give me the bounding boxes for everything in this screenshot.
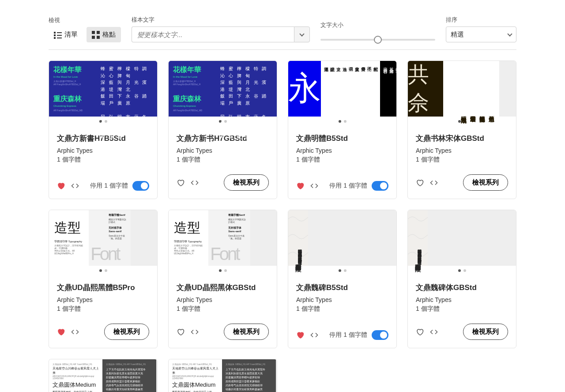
font-name: 文鼎魏碑B5Std <box>296 283 388 293</box>
font-foundry: Arphic Types <box>296 296 388 303</box>
heart-icon[interactable] <box>296 331 304 339</box>
size-label: 文字大小 <box>320 21 435 29</box>
font-count: 1 個字體 <box>296 305 388 313</box>
code-icon[interactable] <box>191 328 199 336</box>
carousel-dots[interactable] <box>49 266 157 275</box>
view-label: 檢視 <box>49 16 121 24</box>
sample-text-input[interactable] <box>132 26 294 42</box>
font-card: 造型 字體排印學 Typography 文稿程文字設計，活字排列組成，可讀和鑑賞… <box>49 210 158 348</box>
font-preview[interactable]: 人間能得幾回聞半入江風半入雲錦城絲管日紛紛贈花卿 李白輕舟已過萬重山兩岸猿聲啼不… <box>288 210 396 266</box>
font-foundry: Arphic Types <box>177 296 269 303</box>
font-card: 共 佘景色悠然如画柳浪起伏阳光普照红鹅烟海增加温暖霞彩昭光普照 红鹅翔展成痕 文… <box>407 60 516 199</box>
sort-label: 排序 <box>446 16 516 24</box>
activate-toggle[interactable] <box>132 181 149 191</box>
view-family-button[interactable]: 檢視系列 <box>463 324 508 340</box>
font-name: 文鼎UD晶熙黑体GBStd <box>177 283 269 293</box>
chevron-down-icon <box>507 31 512 36</box>
code-icon[interactable] <box>191 179 199 187</box>
view-family-button[interactable]: 檢視系列 <box>224 174 269 191</box>
font-card: 文鼎圆体 GBStd_H1 AR YuanGBStd_H1 天地星空山川峰谷云雾… <box>168 359 277 392</box>
code-icon[interactable] <box>310 331 318 339</box>
font-foundry: Arphic Types <box>296 147 388 154</box>
font-count: 1 個字體 <box>296 156 388 164</box>
view-family-button[interactable]: 檢視系列 <box>224 324 269 340</box>
view-grid-button[interactable]: 格點 <box>87 27 121 42</box>
font-card: 永 創世紀不了情傳奇愛永安鷹鼎明逸迪文速金鑽記鴻運蓮 體傾城之戀M あいA は花… <box>288 60 397 199</box>
view-list-button[interactable]: 清單 <box>49 27 83 42</box>
font-preview[interactable]: 造型 字體排印學 Typography 文稿程文字設計，活字排列組成，可讀和鑑賞… <box>49 210 157 266</box>
font-name: 文鼎魏碑体GBStd <box>416 283 508 293</box>
code-icon[interactable] <box>310 182 318 190</box>
deactivate-label: 停用 1 個字體 <box>329 182 367 190</box>
heart-icon[interactable] <box>177 179 185 187</box>
font-count: 1 個字體 <box>416 156 508 164</box>
activate-toggle[interactable] <box>372 330 388 340</box>
activate-toggle[interactable] <box>372 181 388 191</box>
code-icon[interactable] <box>430 179 438 187</box>
font-preview[interactable]: 花樣年華In the Mood for Love文鼎方新書H7B5Std_HAR… <box>169 61 277 117</box>
font-preview[interactable]: 共 佘景色悠然如画柳浪起伏阳光普照红鹅烟海增加温暖霞彩昭光普照 红鹅翔展成痕 <box>408 61 516 117</box>
list-icon <box>54 31 62 39</box>
font-name: 文鼎明體B5Std <box>296 133 388 143</box>
sample-label: 樣本文字 <box>132 16 310 24</box>
font-preview[interactable]: 文鼎圆体 GBStd_H1 AR YuanGBStd_H1 天地星空山川峰谷云雾… <box>49 359 157 392</box>
font-preview[interactable]: 文鼎圆体 GBStd_H1 AR YuanGBStd_H1 天地星空山川峰谷云雾… <box>169 359 277 392</box>
carousel-dots[interactable] <box>408 117 516 126</box>
font-foundry: Arphic Types <box>416 296 508 303</box>
code-icon[interactable] <box>430 328 438 336</box>
heart-icon[interactable] <box>416 328 424 336</box>
heart-icon[interactable] <box>177 328 185 336</box>
font-count: 1 個字體 <box>177 156 269 164</box>
code-icon[interactable] <box>71 182 79 190</box>
view-family-button[interactable]: 檢視系列 <box>104 324 149 340</box>
font-count: 1 個字體 <box>177 305 269 313</box>
font-preview[interactable]: 造型 字體排印學 Typography 文稿程文字設計，活字排列組成，可讀和鑑賞… <box>169 210 277 266</box>
font-preview[interactable]: 人間能得幾回聞半入江風半入雲錦城絲管日紛紛贈花卿 李白輕舟已過萬重山兩岸猿聲啼不… <box>408 210 516 266</box>
sort-select[interactable]: 精選 <box>446 26 516 42</box>
font-card: 花樣年華In the Mood for Love文鼎方新書H7B5Std_HAR… <box>168 60 277 199</box>
font-foundry: Arphic Types <box>57 296 149 303</box>
view-grid-label: 格點 <box>102 30 116 39</box>
toolbar: 檢視 清單 格點 樣本文字 文字大小 <box>49 11 516 50</box>
deactivate-label: 停用 1 個字體 <box>90 182 128 190</box>
carousel-dots[interactable] <box>288 117 396 126</box>
font-card: 人間能得幾回聞半入江風半入雲錦城絲管日紛紛贈花卿 李白輕舟已過萬重山兩岸猿聲啼不… <box>288 210 397 348</box>
font-preview[interactable]: 花樣年華In the Mood for Love文鼎方新書H7B5Std_HAR… <box>49 61 157 117</box>
sort-value: 精選 <box>451 30 464 39</box>
font-count: 1 個字體 <box>57 156 149 164</box>
sample-text-dropdown[interactable] <box>294 26 310 42</box>
deactivate-label: 停用 1 個字體 <box>329 331 367 339</box>
font-card: 花樣年華In the Mood for Love文鼎方新書H7B5Std_HAR… <box>49 60 158 199</box>
code-icon[interactable] <box>71 328 79 336</box>
font-name: 文鼎UD晶熙黑體B5Pro <box>57 283 149 293</box>
carousel-dots[interactable] <box>169 266 277 275</box>
carousel-dots[interactable] <box>408 266 516 275</box>
font-card: 人間能得幾回聞半入江風半入雲錦城絲管日紛紛贈花卿 李白輕舟已過萬重山兩岸猿聲啼不… <box>407 210 516 348</box>
text-size-slider[interactable] <box>320 39 435 41</box>
font-foundry: Arphic Types <box>416 147 508 154</box>
view-family-button[interactable]: 檢視系列 <box>463 174 508 191</box>
font-count: 1 個字體 <box>416 305 508 313</box>
heart-icon[interactable] <box>57 182 65 190</box>
heart-icon[interactable] <box>57 328 65 336</box>
font-preview[interactable]: 永 創世紀不了情傳奇愛永安鷹鼎明逸迪文速金鑽記鴻運蓮 體傾城之戀M あいA は花… <box>288 61 396 117</box>
font-name: 文鼎书林宋体GBStd <box>416 133 508 143</box>
heart-icon[interactable] <box>296 182 304 190</box>
grid-icon <box>92 31 100 39</box>
carousel-dots[interactable] <box>288 266 396 275</box>
font-card: 文鼎圆体 GBStd_H1 AR YuanGBStd_H1 天地星空山川峰谷云雾… <box>49 359 158 392</box>
view-list-label: 清單 <box>64 30 78 39</box>
font-card: 造型 字體排印學 Typography 文稿程文字設計，活字排列組成，可讀和鑑賞… <box>168 210 277 348</box>
font-count: 1 個字體 <box>57 305 149 313</box>
font-grid: 花樣年華In the Mood for Love文鼎方新書H7B5Std_HAR… <box>49 60 516 392</box>
chevron-down-icon <box>299 31 304 36</box>
heart-icon[interactable] <box>416 179 424 187</box>
